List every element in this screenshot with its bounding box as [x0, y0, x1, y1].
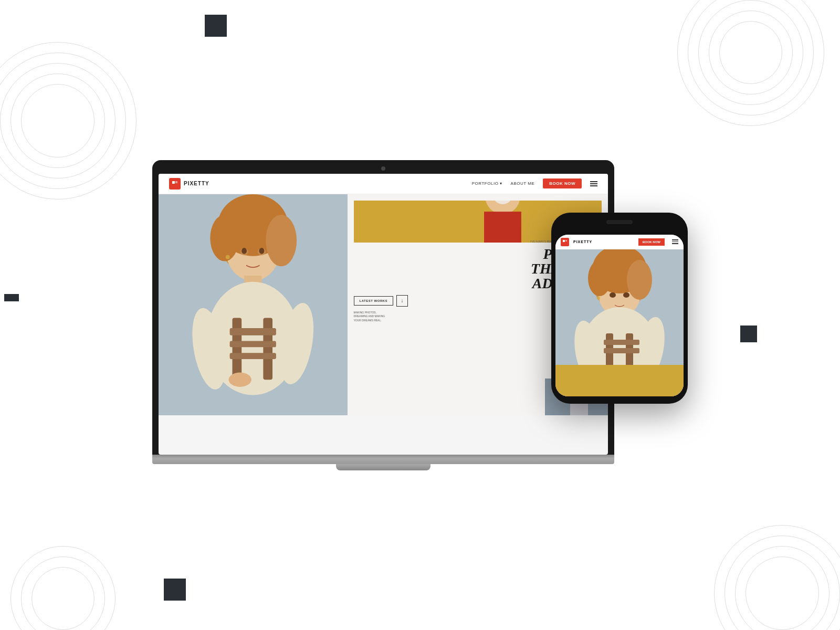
nav-portfolio[interactable]: PORTFOLIO ▾	[472, 181, 502, 186]
phone-book-button[interactable]: BOOK NOW	[638, 238, 665, 246]
svg-point-39	[627, 260, 652, 300]
laptop-hero: I'VE ALWAYS BEEN INTO PHOTOGRAPHING PHOT…	[159, 194, 608, 416]
svg-point-6	[266, 215, 297, 266]
phone-nav: PIXETTY BOOK NOW	[555, 235, 684, 249]
phone-logo-text: PIXETTY	[573, 240, 592, 244]
phone-hero-image	[555, 249, 684, 365]
phone-screen: PIXETTY BOOK NOW	[555, 235, 684, 396]
svg-point-17	[229, 372, 251, 386]
phone-logo-icon	[561, 238, 569, 246]
svg-rect-14	[230, 328, 276, 335]
phone-mockup: PIXETTY BOOK NOW	[551, 213, 688, 404]
svg-point-50	[623, 292, 629, 298]
svg-point-20	[242, 248, 247, 254]
svg-rect-32	[563, 240, 565, 242]
svg-rect-47	[604, 340, 639, 345]
laptop-logo: PIXETTY	[169, 178, 209, 190]
phone-hamburger-menu[interactable]	[672, 239, 678, 244]
svg-rect-13	[263, 318, 272, 380]
svg-rect-15	[230, 341, 276, 347]
svg-rect-12	[233, 318, 242, 380]
latest-works-button[interactable]: LATEST WORKS	[354, 296, 394, 306]
svg-rect-26	[484, 212, 521, 243]
svg-rect-53	[555, 365, 684, 396]
laptop-stand	[336, 464, 430, 470]
book-now-button[interactable]: BOOK NOW	[543, 178, 582, 188]
laptop-camera	[381, 166, 385, 171]
svg-rect-1	[175, 181, 177, 183]
svg-point-22	[226, 255, 230, 259]
laptop-mockup: PIXETTY PORTFOLIO ▾ ABOUT ME BOOK NOW	[152, 160, 614, 470]
svg-point-51	[597, 297, 600, 300]
laptop-screen: PIXETTY PORTFOLIO ▾ ABOUT ME BOOK NOW	[159, 174, 608, 455]
phone-notch	[593, 220, 646, 230]
svg-rect-33	[565, 240, 567, 242]
laptop-base	[152, 455, 614, 464]
svg-rect-16	[230, 353, 276, 359]
svg-point-21	[259, 248, 265, 254]
laptop-nav-links: PORTFOLIO ▾ ABOUT ME BOOK NOW	[472, 178, 597, 188]
laptop-nav: PIXETTY PORTFOLIO ▾ ABOUT ME BOOK NOW	[159, 174, 608, 194]
svg-point-7	[210, 215, 239, 261]
scroll-down-button[interactable]: ↓	[396, 295, 408, 307]
hero-main-image	[159, 194, 348, 416]
svg-rect-48	[604, 348, 639, 353]
nav-about[interactable]: ABOUT ME	[511, 181, 535, 186]
logo-icon	[169, 178, 181, 190]
svg-rect-0	[172, 181, 175, 184]
phone-golden-strip	[555, 365, 684, 396]
logo-text: PIXETTY	[184, 181, 209, 186]
svg-point-49	[610, 292, 616, 298]
svg-point-40	[588, 260, 611, 296]
hamburger-menu[interactable]	[590, 181, 597, 186]
